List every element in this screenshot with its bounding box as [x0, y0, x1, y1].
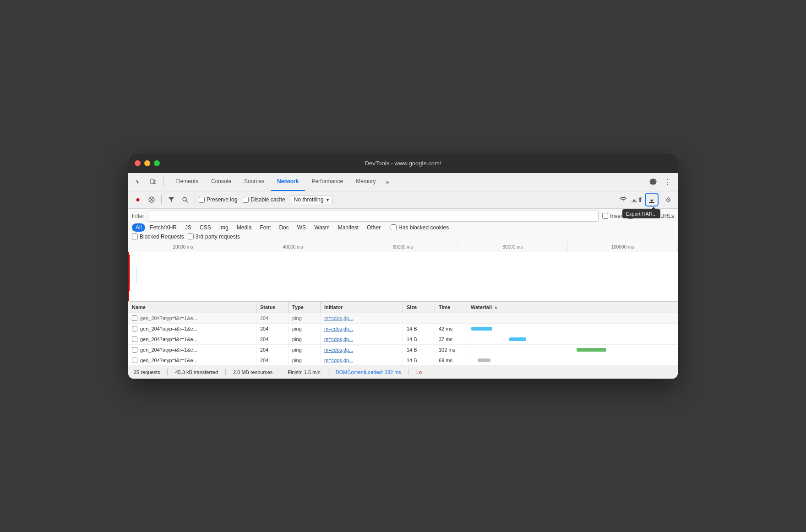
tabs: Elements Console Sources Network Perform… [169, 173, 647, 191]
devtools-settings-icon[interactable] [647, 175, 659, 188]
search-button[interactable] [179, 194, 191, 206]
close-button[interactable] [135, 160, 141, 166]
disable-cache-group[interactable]: Disable cache [243, 196, 285, 203]
tab-performance[interactable]: Performance [305, 173, 349, 191]
table-row-0[interactable]: gen_204?atyp=i&r=1&e... 204 ping m=cdos,… [128, 324, 678, 334]
network-conditions-icon[interactable] [617, 194, 629, 206]
has-blocked-cookies-checkbox[interactable] [391, 224, 397, 230]
minimize-button[interactable] [144, 160, 150, 166]
third-party-checkbox[interactable] [188, 233, 194, 239]
tab-divider [163, 177, 163, 186]
row-checkbox-1[interactable] [132, 337, 137, 342]
tab-more[interactable]: » [382, 173, 392, 191]
third-party-group[interactable]: 3rd-party requests [188, 233, 240, 240]
tab-sources[interactable]: Sources [238, 173, 271, 191]
network-settings-icon[interactable]: ⚙ [662, 194, 674, 206]
export-har-tooltip: Export HAR... [622, 209, 660, 218]
td-name-0: gen_204?atyp=i&r=1&e... [128, 324, 256, 334]
td-type-partial: ping [289, 313, 321, 323]
td-initiator-1: m=cdos,dp... [321, 334, 403, 344]
svg-point-5 [183, 197, 186, 201]
throttle-select[interactable]: No throttling ▼ [291, 195, 333, 204]
svg-rect-0 [151, 179, 154, 184]
th-waterfall[interactable]: Waterfall ▲ [467, 302, 678, 313]
throttle-chevron: ▼ [325, 197, 330, 202]
filter-type-font[interactable]: Font [256, 223, 274, 232]
tab-memory[interactable]: Memory [349, 173, 382, 191]
clear-button[interactable] [146, 194, 158, 206]
status-finish: Finish: 1.5 min [288, 369, 321, 375]
filter-type-media[interactable]: Media [233, 223, 256, 232]
td-time-1: 37 ms [435, 334, 467, 344]
disable-cache-checkbox[interactable] [243, 197, 249, 203]
filter-type-css[interactable]: CSS [196, 223, 215, 232]
invert-checkbox[interactable] [602, 213, 608, 219]
blocked-requests-group[interactable]: Blocked Requests [132, 233, 184, 240]
tick-3: 60000 ms [348, 242, 458, 252]
import-button[interactable]: ⬆ [631, 194, 643, 206]
timeline[interactable]: 20000 ms 40000 ms 60000 ms 80000 ms 1000… [128, 242, 678, 302]
td-waterfall-0 [467, 324, 678, 334]
status-dom-content-loaded: DOMContentLoaded: 282 ms [336, 369, 401, 375]
tab-console[interactable]: Console [205, 173, 238, 191]
td-size-2: 14 B [403, 345, 435, 355]
record-button[interactable]: ● [132, 194, 144, 206]
device-icon[interactable] [147, 175, 159, 188]
filter-button[interactable] [165, 194, 177, 206]
td-size-partial [403, 313, 435, 323]
filter-type-fetch-xhr[interactable]: Fetch/XHR [146, 223, 180, 232]
row-checkbox-2[interactable] [132, 347, 137, 353]
titlebar: DevTools - www.google.com/ [128, 154, 678, 173]
th-initiator: Initiator [321, 302, 403, 313]
devtools-dots-icon[interactable]: ⋮ [661, 175, 674, 188]
devtools-window: DevTools - www.google.com/ [128, 154, 678, 379]
tab-elements[interactable]: Elements [169, 173, 205, 191]
table-row-3[interactable]: gen_204?atyp=i&r=1&e... 204 ping m=cdos,… [128, 355, 678, 366]
row-checkbox-0[interactable] [132, 326, 137, 331]
timeline-ruler: 20000 ms 40000 ms 60000 ms 80000 ms 1000… [128, 242, 678, 252]
status-divider-4 [328, 369, 328, 375]
tabs-actions: ⋮ [647, 175, 674, 188]
td-status-3: 204 [256, 355, 289, 365]
table-row-partial[interactable]: gen_204?atyp=i&r=1&e... 204 ping m=cdos,… [128, 313, 678, 324]
row-checkbox-3[interactable] [132, 358, 137, 363]
export-har-button[interactable] [645, 193, 659, 206]
td-waterfall-partial [467, 313, 678, 323]
throttle-label: No throttling [294, 196, 324, 203]
td-type-0: ping [289, 324, 321, 334]
td-initiator-3: m=cdos,dp... [321, 355, 403, 365]
disable-cache-label: Disable cache [251, 196, 285, 203]
td-time-3: 69 ms [435, 355, 467, 365]
window-title: DevTools - www.google.com/ [365, 160, 441, 167]
table-row-2[interactable]: gen_204?atyp=i&r=1&e... 204 ping m=cdos,… [128, 345, 678, 355]
table-row-1[interactable]: gen_204?atyp=i&r=1&e... 204 ping m=cdos,… [128, 334, 678, 345]
tick-1: 20000 ms [128, 242, 238, 252]
tab-network[interactable]: Network [271, 173, 305, 191]
invert-group[interactable]: Invert [602, 213, 624, 219]
filter-type-all[interactable]: All [132, 223, 145, 232]
tick-2: 40000 ms [238, 242, 348, 252]
filter-type-wasm[interactable]: Wasm [310, 223, 333, 232]
traffic-lights [135, 160, 160, 166]
th-time: Time [435, 302, 467, 313]
svg-line-6 [186, 201, 188, 203]
preserve-log-checkbox[interactable] [199, 197, 205, 203]
blocked-requests-checkbox[interactable] [132, 233, 138, 239]
maximize-button[interactable] [154, 160, 160, 166]
preserve-log-group[interactable]: Preserve log [199, 196, 237, 203]
has-blocked-cookies-group[interactable]: Has blocked cookies [391, 224, 449, 231]
filter-type-doc[interactable]: Doc [275, 223, 292, 232]
filter-type-js[interactable]: JS [181, 223, 195, 232]
filter-type-other[interactable]: Other [363, 223, 384, 232]
status-resources: 2.0 MB resources [233, 369, 272, 375]
filter-type-manifest[interactable]: Manifest [334, 223, 362, 232]
filter-input[interactable] [148, 211, 599, 222]
cursor-icon[interactable] [132, 175, 145, 188]
status-requests: 25 requests [134, 369, 160, 375]
filter-type-ws[interactable]: WS [294, 223, 310, 232]
td-name-partial: gen_204?atyp=i&r=1&e... [128, 313, 256, 323]
td-type-1: ping [289, 334, 321, 344]
svg-rect-10 [134, 259, 134, 284]
filter-type-img[interactable]: Img [216, 223, 232, 232]
row-checkbox-partial[interactable] [132, 315, 137, 321]
